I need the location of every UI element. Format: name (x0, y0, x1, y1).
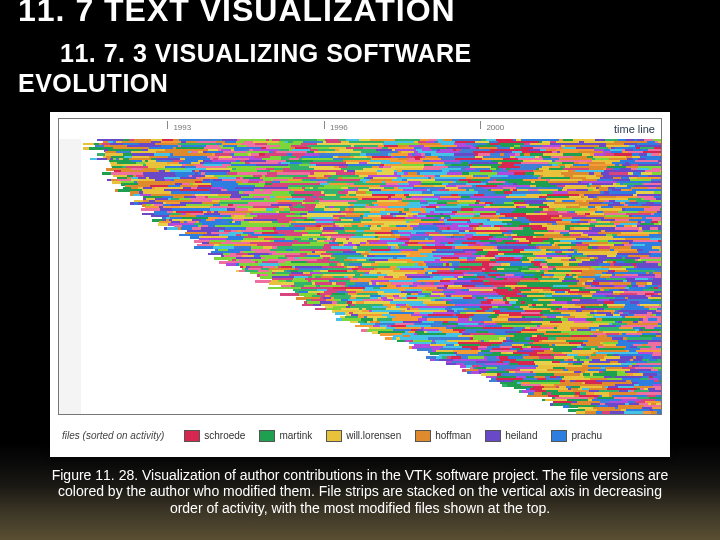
legend-item: prachu (551, 430, 602, 442)
section-title: 11. 7 TEXT VISUALIZATION (18, 0, 702, 28)
viz-frame: 1993 1996 2000 time line (58, 118, 662, 415)
legend-label: martink (279, 430, 312, 441)
legend-item: schroede (184, 430, 245, 442)
legend-item: will.lorensen (326, 430, 401, 442)
legend-swatch (485, 430, 501, 442)
legend-swatch (551, 430, 567, 442)
legend-swatch (184, 430, 200, 442)
legend-item: martink (259, 430, 312, 442)
viz-yaxis (59, 139, 82, 414)
files-axis-label: files (sorted on activity) (62, 430, 164, 441)
viz-legend: files (sorted on activity) schroedemarti… (58, 421, 662, 451)
legend-label: heiland (505, 430, 537, 441)
legend-label: schroede (204, 430, 245, 441)
viz-plot (81, 139, 661, 414)
viz-timeline-header: 1993 1996 2000 time line (59, 119, 661, 140)
subsection-line2: EVOLUTION (18, 69, 168, 97)
subsection-line1: 11. 7. 3 VISUALIZING SOFTWARE (18, 39, 472, 67)
subsection-title: 11. 7. 3 VISUALIZING SOFTWARE EVOLUTION (18, 38, 702, 98)
figure-image: 1993 1996 2000 time line files (sorted o… (50, 112, 670, 457)
tick-label: 2000 (486, 123, 504, 132)
legend-swatch (259, 430, 275, 442)
legend-swatch (326, 430, 342, 442)
legend-item: heiland (485, 430, 537, 442)
figure-caption: Figure 11. 28. Visualization of author c… (40, 467, 680, 517)
tick-label: 1996 (330, 123, 348, 132)
timeline-label: time line (614, 123, 655, 135)
legend-item: hoffman (415, 430, 471, 442)
legend-label: will.lorensen (346, 430, 401, 441)
tick-label: 1993 (173, 123, 191, 132)
legend-label: prachu (571, 430, 602, 441)
legend-swatch (415, 430, 431, 442)
legend-label: hoffman (435, 430, 471, 441)
